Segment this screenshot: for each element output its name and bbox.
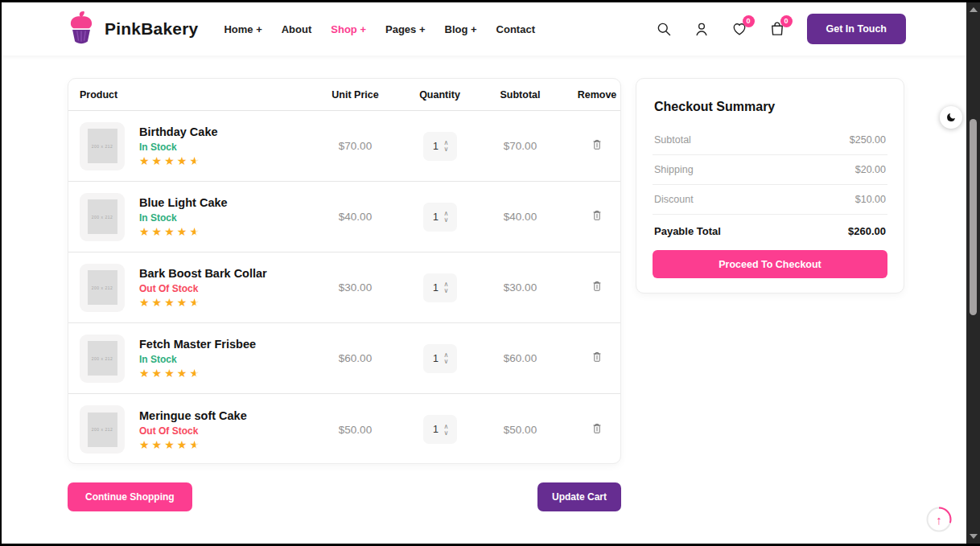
quantity-input[interactable] [431, 141, 441, 152]
row-subtotal: $60.00 [478, 352, 562, 364]
quantity-down-icon[interactable]: ∨ [444, 359, 449, 364]
trash-icon [591, 209, 603, 222]
quantity-up-icon[interactable]: ∧ [444, 211, 449, 216]
trash-icon [591, 138, 603, 151]
nav-item-shop[interactable]: Shop + [331, 23, 366, 35]
stock-status: Out Of Stock [139, 283, 267, 294]
product-cell: 200 x 212 Fetch Master Frisbee In Stock … [80, 335, 309, 383]
stock-status: In Stock [139, 142, 218, 153]
row-subtotal: $40.00 [478, 211, 562, 223]
moon-icon [945, 112, 957, 123]
quantity-down-icon[interactable]: ∨ [444, 288, 449, 294]
col-quantity: Quantity [401, 89, 478, 101]
quantity-up-icon[interactable]: ∧ [444, 424, 449, 429]
scrollbar-down-arrow[interactable] [970, 534, 978, 539]
quantity-input[interactable] [431, 353, 441, 364]
summary-row-shipping: Shipping $20.00 [653, 155, 887, 185]
cart-row: 200 x 212 Birthday Cake In Stock ★★★★★ $… [68, 111, 620, 182]
unit-price: $40.00 [309, 211, 401, 223]
quantity-stepper[interactable]: ∧∨ [423, 132, 457, 161]
product-cell: 200 x 212 Birthday Cake In Stock ★★★★★ [80, 122, 309, 170]
col-remove: Remove [562, 89, 621, 101]
quantity-up-icon[interactable]: ∧ [444, 281, 449, 287]
quantity-up-icon[interactable]: ∧ [444, 352, 449, 358]
quantity-stepper[interactable]: ∧∨ [423, 415, 457, 444]
scrollbar-up-arrow[interactable] [970, 7, 978, 12]
cart-actions: Continue Shopping Update Cart [68, 482, 621, 511]
cart-table-header: Product Unit Price Quantity Subtotal Rem… [68, 79, 620, 111]
row-subtotal: $30.00 [478, 281, 562, 294]
search-icon[interactable] [656, 21, 673, 38]
site-header: PinkBakery Home + About Shop + Pages + B… [2, 2, 966, 55]
quantity-down-icon[interactable]: ∨ [444, 217, 449, 223]
col-product: Product [80, 89, 309, 101]
dark-mode-toggle[interactable] [940, 106, 962, 129]
product-name: Blue Light Cake [139, 196, 228, 209]
product-cell: 200 x 212 Meringue soft Cake Out Of Stoc… [80, 405, 309, 454]
header-actions: 0 0 Get In Touch [656, 14, 906, 44]
checkout-summary: Checkout Summary Subtotal $250.00 Shippi… [636, 78, 904, 294]
stock-status: In Stock [139, 212, 228, 224]
stock-status: Out Of Stock [139, 425, 247, 437]
wishlist-badge: 0 [743, 15, 755, 27]
wishlist-icon[interactable]: 0 [731, 21, 748, 38]
quantity-stepper[interactable]: ∧∨ [423, 273, 457, 302]
unit-price: $70.00 [309, 140, 401, 152]
cart-row: 200 x 212 Fetch Master Frisbee In Stock … [68, 323, 620, 394]
arrow-up-icon: ↑ [926, 507, 952, 532]
summary-title: Checkout Summary [654, 100, 887, 114]
cart-table: Product Unit Price Quantity Subtotal Rem… [68, 78, 621, 464]
product-image: 200 x 212 [80, 405, 125, 454]
proceed-to-checkout-button[interactable]: Proceed To Checkout [653, 250, 887, 278]
quantity-input[interactable] [431, 211, 441, 223]
account-icon[interactable] [694, 21, 710, 38]
row-subtotal: $70.00 [478, 140, 562, 152]
nav-item-pages[interactable]: Pages + [385, 23, 426, 35]
cart-row: 200 x 212 Bark Boost Bark Collar Out Of … [68, 252, 620, 323]
summary-row-discount: Discount $10.00 [653, 185, 887, 215]
cart-bag-icon[interactable]: 0 [769, 21, 786, 38]
update-cart-button[interactable]: Update Cart [537, 482, 621, 511]
col-subtotal: Subtotal [478, 89, 562, 101]
get-in-touch-button[interactable]: Get In Touch [807, 14, 906, 44]
star-rating: ★★★★★ [139, 297, 267, 308]
quantity-down-icon[interactable]: ∨ [444, 146, 449, 152]
summary-row-subtotal: Subtotal $250.00 [653, 125, 887, 155]
scroll-to-top-button[interactable]: ↑ [926, 507, 952, 532]
stock-status: In Stock [139, 354, 256, 365]
summary-total-row: Payable Total $260.00 [653, 215, 887, 250]
scrollbar-thumb[interactable] [970, 119, 977, 315]
cart-badge: 0 [780, 15, 793, 27]
unit-price: $30.00 [309, 281, 401, 294]
col-unit-price: Unit Price [309, 89, 401, 101]
trash-icon [591, 280, 603, 293]
quantity-input[interactable] [431, 282, 441, 294]
quantity-down-icon[interactable]: ∨ [444, 430, 449, 436]
nav-item-blog[interactable]: Blog + [445, 23, 477, 35]
cart-row: 200 x 212 Blue Light Cake In Stock ★★★★★… [68, 182, 620, 252]
product-cell: 200 x 212 Blue Light Cake In Stock ★★★★★ [80, 193, 309, 241]
product-cell: 200 x 212 Bark Boost Bark Collar Out Of … [80, 264, 309, 312]
star-rating: ★★★★★ [139, 367, 256, 379]
remove-item-button[interactable] [590, 349, 604, 367]
unit-price: $60.00 [309, 352, 401, 364]
continue-shopping-button[interactable]: Continue Shopping [68, 482, 192, 511]
row-subtotal: $50.00 [478, 424, 562, 436]
trash-icon [591, 422, 603, 435]
product-name: Bark Boost Bark Collar [139, 267, 267, 280]
brand-logo[interactable]: PinkBakery [64, 10, 198, 48]
quantity-stepper[interactable]: ∧∨ [423, 344, 457, 373]
window-scrollbar[interactable] [966, 0, 980, 546]
product-image: 200 x 212 [80, 335, 125, 383]
remove-item-button[interactable] [590, 137, 604, 155]
remove-item-button[interactable] [590, 207, 604, 226]
nav-item-contact[interactable]: Contact [496, 23, 535, 35]
nav-item-home[interactable]: Home + [224, 23, 261, 35]
quantity-input[interactable] [431, 424, 441, 435]
quantity-up-icon[interactable]: ∧ [444, 140, 449, 146]
quantity-stepper[interactable]: ∧∨ [423, 203, 457, 232]
remove-item-button[interactable] [590, 278, 604, 297]
remove-item-button[interactable] [590, 421, 604, 439]
star-rating: ★★★★★ [139, 226, 228, 237]
nav-item-about[interactable]: About [282, 23, 312, 35]
